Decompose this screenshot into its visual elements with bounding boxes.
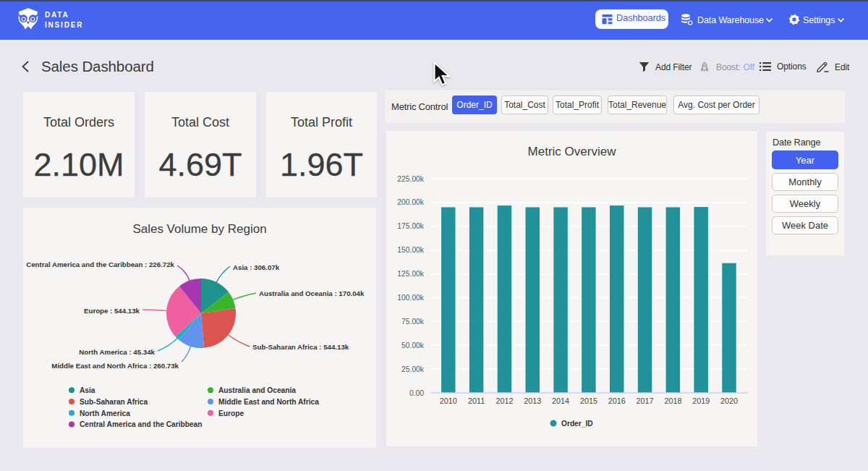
svg-text:2019: 2019	[692, 396, 710, 405]
svg-text:Asia: Asia	[80, 386, 95, 394]
svg-text:200.00k: 200.00k	[397, 198, 424, 206]
svg-text:75.00k: 75.00k	[401, 318, 425, 326]
svg-text:2011: 2011	[468, 396, 485, 405]
svg-text:Sub-Saharan Africa : 544.13k: Sub-Saharan Africa : 544.13k	[252, 343, 349, 351]
svg-text:Order_ID: Order_ID	[561, 420, 593, 428]
svg-text:2010: 2010	[440, 396, 457, 405]
svg-text:Australia and Oceania : 170.04: Australia and Oceania : 170.04k	[259, 289, 365, 297]
svg-text:2012: 2012	[495, 396, 513, 405]
svg-text:2013: 2013	[524, 396, 541, 405]
svg-text:150.00k: 150.00k	[397, 246, 424, 254]
svg-text:Central America and the Caribb: Central America and the Caribbean	[80, 420, 202, 428]
svg-text:175.00k: 175.00k	[397, 222, 424, 230]
svg-text:125.00k: 125.00k	[397, 270, 424, 278]
svg-text:0.00: 0.00	[409, 389, 424, 397]
svg-text:2015: 2015	[580, 396, 597, 405]
svg-text:Central America and the Caribb: Central America and the Caribbean : 226.…	[26, 260, 174, 268]
svg-text:25.00k: 25.00k	[401, 365, 425, 373]
svg-text:2020: 2020	[720, 396, 738, 405]
svg-text:Asia : 306.07k: Asia : 306.07k	[233, 263, 280, 271]
svg-text:2018: 2018	[664, 396, 681, 405]
svg-text:Australia and Oceania: Australia and Oceania	[218, 386, 296, 394]
svg-text:Europe: Europe	[218, 410, 244, 417]
svg-text:2017: 2017	[636, 396, 653, 405]
svg-text:Middle East and North Africa :: Middle East and North Africa : 260.73k	[51, 362, 179, 370]
svg-text:2016: 2016	[608, 396, 626, 405]
svg-text:100.00k: 100.00k	[397, 294, 424, 302]
svg-text:Europe : 544.13k: Europe : 544.13k	[84, 307, 140, 315]
svg-text:Middle East and North Africa: Middle East and North Africa	[218, 398, 319, 406]
svg-text:North America : 45.34k: North America : 45.34k	[79, 348, 155, 356]
svg-text:2014: 2014	[552, 396, 569, 405]
svg-text:225.00k: 225.00k	[397, 175, 424, 183]
svg-text:North America: North America	[80, 410, 130, 417]
svg-text:50.00k: 50.00k	[401, 341, 425, 349]
svg-text:Sub-Saharan Africa: Sub-Saharan Africa	[80, 398, 148, 406]
